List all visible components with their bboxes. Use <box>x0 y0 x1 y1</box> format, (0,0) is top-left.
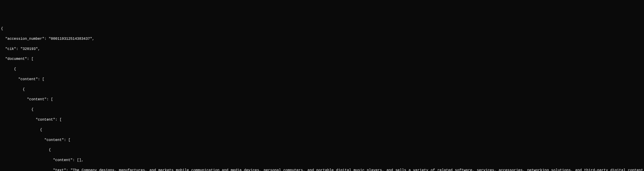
json-line-object-open-5: { <box>1 148 643 153</box>
json-line-content-key-4: "content": [ <box>1 138 643 143</box>
json-line-content-key-1: "content": [ <box>1 77 643 82</box>
json-line-content-key-3: "content": [ <box>1 117 643 122</box>
json-text-value: The Company designs, manufactures, and m… <box>1 168 644 171</box>
json-line-content-key-2: "content": [ <box>1 97 643 102</box>
json-line-text-field: "text": "The Company designs, manufactur… <box>1 168 643 171</box>
json-line-cik: "cik": "320193", <box>1 46 643 51</box>
json-line-object-open: { <box>1 67 643 72</box>
json-line-content-empty: "content": [], <box>1 158 643 163</box>
json-text-key-prefix: "text": " <box>1 168 73 171</box>
json-line-object-open-3: { <box>1 107 643 112</box>
json-line-accession-number: "accession_number": "000119312514383437"… <box>1 36 643 41</box>
json-line-document-key: "document": [ <box>1 56 643 61</box>
json-line-object-open-4: { <box>1 127 643 132</box>
json-viewer: { "accession_number": "00011931251438343… <box>1 21 643 171</box>
json-line-object-open-2: { <box>1 87 643 92</box>
json-line-open-brace: { <box>1 26 643 31</box>
